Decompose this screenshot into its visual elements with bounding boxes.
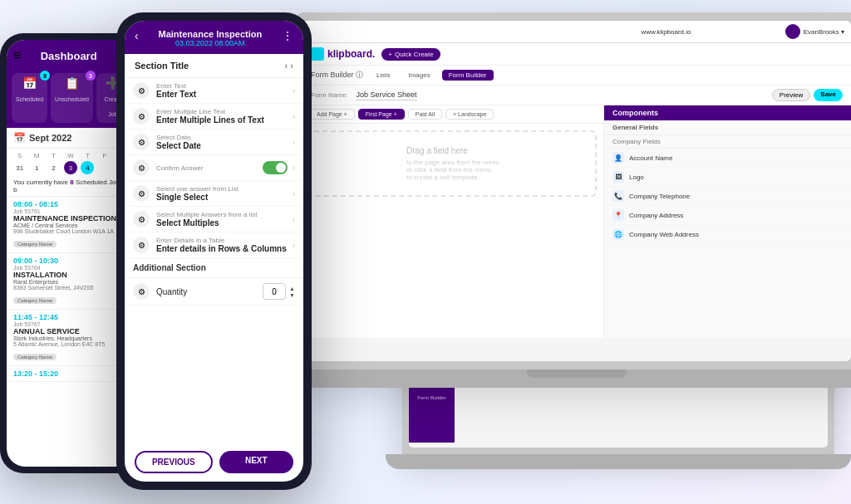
form-name-value[interactable]: Job Service Sheet: [356, 91, 416, 100]
cal-day-5[interactable]: [96, 166, 112, 169]
page-tabs: Add Page + First Page + Paid All + Lands…: [303, 105, 603, 124]
form-phone-screen: ‹ Maintenance Inspection 03.03.2022 08:0…: [125, 21, 303, 482]
preview-button[interactable]: Preview: [772, 89, 810, 101]
item-gear-single: ⚙: [133, 185, 150, 202]
quantity-up[interactable]: ▲: [289, 286, 295, 291]
section-arrows[interactable]: ‹ ›: [285, 61, 293, 71]
quantity-arrows[interactable]: ▲ ▼: [289, 286, 295, 298]
user-label[interactable]: EvanBrooks ▾: [804, 28, 844, 36]
menu-icon[interactable]: ≡: [13, 48, 21, 63]
more-options-button[interactable]: ⋮: [282, 29, 293, 42]
quantity-value: 0: [263, 283, 286, 300]
job-3-company: Stork Industries, Headquarters: [13, 335, 128, 341]
field-account-name[interactable]: 👤 Account Name: [604, 149, 851, 168]
item-gear-date: ⚙: [133, 134, 150, 150]
user-avatar: [785, 24, 800, 39]
field-logo[interactable]: 🖼 Logo: [604, 168, 851, 187]
scheduled-badge: 8: [40, 71, 50, 81]
main-laptop: www.klipboard.io EvanBrooks ▾ klipboard.…: [294, 12, 851, 419]
tab-form-builder[interactable]: Form Builder: [442, 70, 494, 81]
item-gear-multi: ⚙: [133, 211, 150, 228]
scheduled-notice: You currently have 8 Scheduled Jobs b: [7, 176, 135, 197]
page-tab-landscape[interactable]: + Landscape: [445, 109, 494, 120]
job-2-id: Job 53764: [13, 265, 128, 271]
day-header-t1: T: [46, 150, 61, 161]
job-item-2[interactable]: 09:00 - 10:30 Job 53764 INSTALLATION Ran…: [7, 253, 135, 310]
form-item-date[interactable]: ⚙ Select Date Select Date ›: [125, 130, 303, 155]
components-panel: Components General Fields Company Fields…: [604, 105, 851, 338]
job-item-1[interactable]: 08:00 - 08:15 Job 53761 MAINTENANCE INSP…: [7, 197, 135, 253]
quantity-control: 0 ▲ ▼: [263, 283, 295, 300]
drag-hint: to the page area from the menuor click a…: [406, 159, 499, 181]
field-company-web[interactable]: 🌐 Company Web Address: [604, 225, 851, 244]
nav-tabs: Lists Images Form Builder: [370, 70, 493, 81]
quantity-down[interactable]: ▼: [289, 292, 295, 298]
unscheduled-btn[interactable]: 3 📋 Unscheduled: [51, 73, 93, 123]
job-2-address: 8393 Somerset Street, J4V2S5: [13, 285, 128, 291]
calendar-grid: S M T W T F S 31 1 2 3 4: [7, 149, 135, 176]
general-fields-label: General Fields: [604, 120, 851, 135]
item-arrow-multiline: ›: [293, 112, 295, 121]
cal-day-2[interactable]: 2: [46, 163, 61, 174]
item-value-text: Enter Text: [156, 90, 293, 99]
confirm-toggle[interactable]: [263, 161, 288, 174]
tab-images[interactable]: Images: [401, 70, 436, 81]
additional-section-label: Additional Section: [125, 258, 303, 278]
quantity-gear: ⚙: [133, 283, 150, 300]
form-item-confirm[interactable]: ⚙ Confirm Answer ›: [125, 155, 303, 181]
cal-day-1[interactable]: 1: [28, 163, 44, 174]
logo-text: klipboard.: [327, 48, 375, 60]
form-item-multi-select[interactable]: ⚙ Select Multiple Answers from a list Se…: [125, 207, 303, 232]
item-content-text: Enter Text Enter Text: [156, 82, 293, 99]
tab-lists[interactable]: Lists: [370, 70, 396, 81]
url-bar[interactable]: www.klipboard.io: [547, 28, 785, 36]
page-tab-paid[interactable]: Paid All: [408, 109, 442, 120]
save-button[interactable]: Save: [814, 89, 843, 101]
job-3-address: 5 Atlantic Avenue, London E4C 8T5: [13, 341, 128, 347]
form-builder-title: Form Builder ⓘ: [311, 70, 363, 81]
logo-field-label: Logo: [629, 174, 644, 181]
form-item-multiline[interactable]: ⚙ Enter Multiple Line Text Enter Multipl…: [125, 104, 303, 130]
job-item-3[interactable]: 11:45 - 12:45 Job 53767 ANNUAL SERVICE S…: [7, 310, 135, 366]
page-tab-add[interactable]: Add Page +: [309, 109, 355, 120]
job-3-id: Job 53767: [13, 321, 128, 327]
item-label-multiline: Enter Multiple Line Text: [156, 108, 293, 115]
app-header: klipboard. + Quick Create: [303, 43, 851, 66]
item-label-text: Enter Text: [156, 82, 293, 90]
main-area: Add Page + First Page + Paid All + Lands…: [303, 105, 851, 338]
scheduled-btn[interactable]: 8 📅 Scheduled: [12, 73, 47, 123]
next-button[interactable]: NEXT: [219, 451, 294, 473]
telephone-icon: 📞: [612, 190, 624, 202]
day-header-m: M: [28, 150, 44, 161]
field-company-telephone[interactable]: 📞 Company Telephone: [604, 187, 851, 206]
form-item-text[interactable]: ⚙ Enter Text Enter Text ›: [125, 78, 303, 104]
form-date: 03.03.2022 08:00AM: [139, 39, 282, 47]
calendar-header: 📅 Sept 2022 ▼: [7, 128, 135, 149]
cal-day-4[interactable]: 4: [81, 161, 94, 174]
topbar: www.klipboard.io EvanBrooks ▾: [303, 21, 851, 43]
job-3-name: ANNUAL SERVICE: [13, 327, 128, 335]
form-nav-buttons: PREVIOUS NEXT: [125, 443, 303, 482]
day-header-s: S: [12, 150, 27, 161]
item-gear-confirm: ⚙: [133, 159, 150, 176]
web-label: Company Web Address: [629, 231, 699, 238]
field-company-address[interactable]: 📍 Company Address: [604, 206, 851, 225]
form-item-single-select[interactable]: ⚙ Select one answer from List Single Sel…: [125, 181, 303, 207]
job-item-4[interactable]: 13:20 - 15:20: [7, 366, 135, 382]
item-arrow-date: ›: [293, 138, 295, 147]
cal-day-31[interactable]: 31: [12, 163, 27, 174]
logo-field-icon: 🖼: [612, 171, 624, 183]
laptop2-base: [386, 454, 851, 469]
cal-day-3-today[interactable]: 3: [64, 161, 77, 174]
page-tab-first[interactable]: First Page +: [358, 109, 405, 120]
item-label-confirm: Confirm Answer: [156, 164, 263, 172]
previous-button[interactable]: PREVIOUS: [135, 451, 213, 473]
phone-screen: ≡ Dashboard 8 📅 Scheduled 3 📋 Unschedule…: [7, 40, 135, 467]
item-value-single: Single Select: [156, 193, 293, 202]
laptop-notch: [527, 369, 627, 378]
form-item-table[interactable]: ⚙ Enter Details in a Table Enter details…: [125, 232, 303, 258]
item-label-date: Select Date: [156, 134, 293, 141]
job-3-time: 11:45 - 12:45: [13, 313, 128, 321]
job-3-category: Category Name: [13, 354, 57, 360]
quick-create-button[interactable]: + Quick Create: [381, 48, 440, 61]
